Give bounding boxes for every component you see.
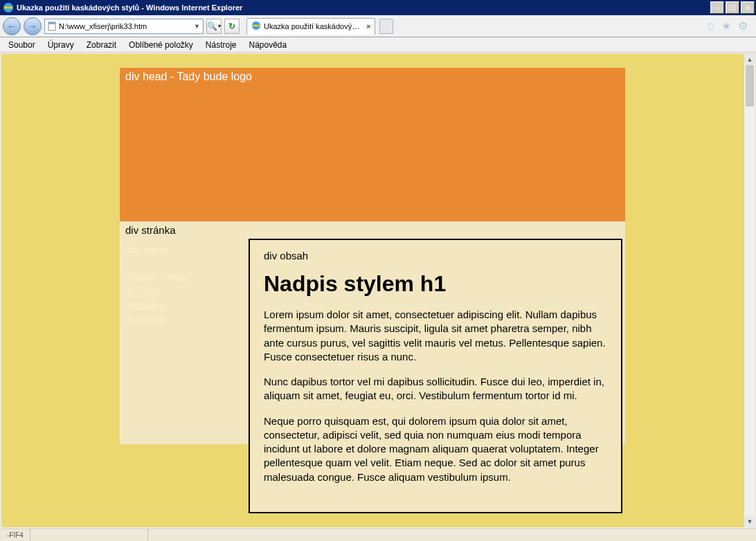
address-dropdown-icon[interactable]: ▼ bbox=[192, 23, 201, 30]
scroll-down-button[interactable]: ▼ bbox=[744, 516, 755, 527]
window-titlebar: Ukazka použití kaskádových stylů - Windo… bbox=[0, 0, 756, 15]
status-text: -FIF4 bbox=[3, 529, 30, 541]
window-title: Ukazka použití kaskádových stylů - Windo… bbox=[17, 3, 242, 12]
status-section bbox=[30, 529, 148, 541]
refresh-icon: ↻ bbox=[228, 21, 235, 31]
vertical-scrollbar[interactable]: ▲ ▼ bbox=[744, 54, 755, 527]
page-body-label: div stránka bbox=[120, 221, 625, 239]
page-content-box: div obsah Nadpis stylem h1 Lorem ipsum d… bbox=[249, 239, 622, 513]
menu-help[interactable]: Nápověda bbox=[244, 39, 293, 51]
minimize-button[interactable]: ─ bbox=[710, 1, 724, 14]
page-header: div head - Tady bude logo bbox=[120, 68, 625, 221]
menu-link-home[interactable]: Hlavní strana bbox=[127, 270, 244, 284]
forward-button[interactable]: → bbox=[24, 17, 42, 35]
command-bar: ⌂ ★ ⚙ bbox=[708, 19, 753, 33]
search-button[interactable]: 🔍▾ bbox=[206, 19, 222, 34]
search-icon: 🔍 bbox=[207, 21, 217, 31]
tab-active[interactable]: Ukazka použití kaskádových ... × bbox=[246, 18, 375, 35]
page-icon bbox=[46, 21, 57, 32]
content-label: div obsah bbox=[264, 250, 607, 262]
content-paragraph: Lorem ipsum dolor sit amet, consectetuer… bbox=[264, 308, 607, 364]
arrow-left-icon: ← bbox=[7, 21, 17, 32]
menu-view[interactable]: Zobrazit bbox=[81, 39, 122, 51]
window-controls: ─ ☐ ✕ bbox=[710, 1, 755, 14]
favorites-icon[interactable]: ★ bbox=[721, 19, 731, 33]
scroll-up-button[interactable]: ▲ bbox=[744, 54, 755, 65]
back-button[interactable]: ← bbox=[3, 17, 21, 35]
titlebar-left: Ukazka použití kaskádových stylů - Windo… bbox=[1, 2, 242, 13]
menu-link-about[interactable]: O firmě bbox=[127, 285, 244, 299]
close-button[interactable]: ✕ bbox=[741, 1, 755, 14]
ie-logo-icon bbox=[251, 21, 261, 32]
scrollbar-thumb[interactable] bbox=[746, 65, 754, 107]
menu-link-contacts[interactable]: Kontakty bbox=[127, 313, 244, 327]
tab-close-button[interactable]: × bbox=[366, 22, 370, 30]
menu-bar: Soubor Úpravy Zobrazit Oblíbené položky … bbox=[0, 37, 756, 53]
arrow-right-icon: → bbox=[28, 21, 37, 32]
refresh-button[interactable]: ↻ bbox=[224, 19, 240, 34]
chevron-down-icon: ▾ bbox=[218, 23, 221, 29]
address-bar[interactable]: ▼ bbox=[44, 19, 204, 34]
maximize-button[interactable]: ☐ bbox=[726, 1, 739, 14]
menu-favorites[interactable]: Oblíbené položky bbox=[123, 39, 199, 51]
menu-edit[interactable]: Úpravy bbox=[42, 39, 80, 51]
svg-rect-2 bbox=[48, 22, 55, 24]
navigation-toolbar: ← → ▼ 🔍▾ ↻ Ukazka použití kaskádových ..… bbox=[0, 15, 756, 37]
content-viewport: div head - Tady bude logo div stránka di… bbox=[1, 54, 744, 527]
menu-tools[interactable]: Nástroje bbox=[200, 39, 242, 51]
page-sidebar-menu: div menu Hlavní strana O firmě Nabídka K… bbox=[120, 239, 251, 331]
home-icon[interactable]: ⌂ bbox=[708, 19, 714, 33]
tools-icon[interactable]: ⚙ bbox=[738, 19, 748, 33]
address-input[interactable] bbox=[59, 22, 191, 30]
menu-label: div menu bbox=[127, 243, 244, 257]
content-paragraph: Nunc dapibus tortor vel mi dapibus solli… bbox=[264, 375, 607, 403]
status-bar: -FIF4 bbox=[0, 529, 756, 541]
tab-label: Ukazka použití kaskádových ... bbox=[264, 22, 361, 30]
content-paragraph: Neque porro quisquam est, qui dolorem ip… bbox=[264, 414, 607, 484]
page-container: div head - Tady bude logo div stránka di… bbox=[120, 68, 625, 444]
new-tab-button[interactable] bbox=[379, 19, 393, 34]
menu-file[interactable]: Soubor bbox=[3, 39, 41, 51]
ie-logo-icon bbox=[3, 2, 14, 13]
content-heading: Nadpis stylem h1 bbox=[264, 271, 607, 297]
menu-link-offer[interactable]: Nabídka bbox=[127, 299, 244, 313]
page-body: div menu Hlavní strana O firmě Nabídka K… bbox=[120, 239, 625, 444]
